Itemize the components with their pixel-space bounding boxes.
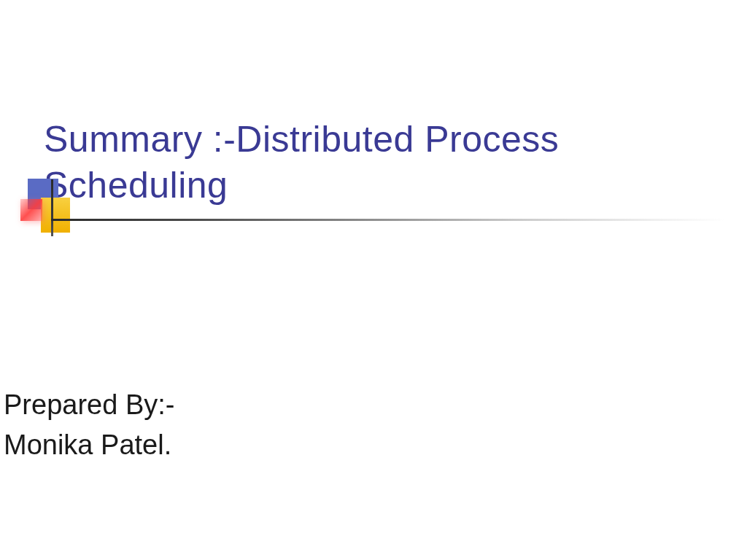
- prepared-by-label: Prepared By:-: [4, 385, 174, 425]
- decorative-squares: [20, 179, 79, 237]
- author-name: Monika Patel.: [4, 425, 174, 465]
- title-section: Summary :-Distributed Process Scheduling: [44, 117, 718, 208]
- presentation-slide: Summary :-Distributed Process Scheduling…: [0, 0, 747, 560]
- yellow-square-icon: [41, 198, 70, 233]
- vertical-divider: [51, 179, 53, 236]
- horizontal-divider: [51, 219, 725, 221]
- body-content: Prepared By:- Monika Patel.: [4, 385, 174, 465]
- slide-title: Summary :-Distributed Process Scheduling: [44, 117, 718, 208]
- red-square-icon: [20, 199, 42, 221]
